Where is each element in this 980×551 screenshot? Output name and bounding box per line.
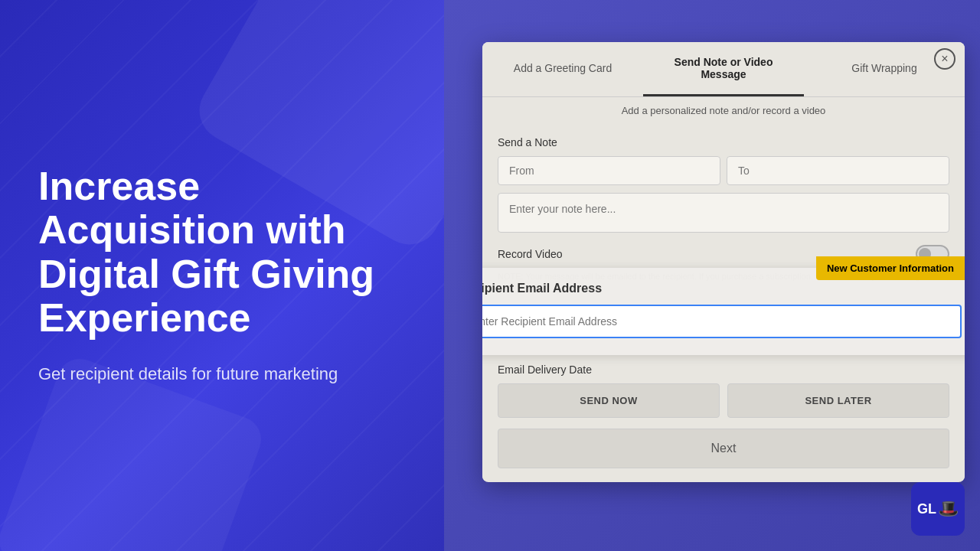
modal-subtitle: Add a personalized note and/or record a … [482, 97, 965, 124]
hero-subtitle: Get recipient details for future marketi… [38, 363, 406, 386]
logo-text: GL [917, 501, 936, 517]
recipient-email-title: Recipient Email Address [482, 282, 962, 295]
tab-send-note[interactable]: Send Note or Video Message [643, 42, 804, 96]
send-later-button[interactable]: SEND LATER [727, 383, 949, 418]
right-panel: Add a Greeting Card Send Note or Video M… [444, 0, 980, 551]
tab-greeting-card[interactable]: Add a Greeting Card [482, 42, 643, 96]
email-delivery-label: Email Delivery Date [498, 364, 949, 376]
recipient-email-input[interactable] [482, 305, 962, 338]
from-to-row [498, 156, 949, 185]
left-panel: Increase Acquisition with Digital Gift G… [0, 0, 444, 551]
modal-tabs: Add a Greeting Card Send Note or Video M… [482, 42, 965, 97]
modal: Add a Greeting Card Send Note or Video M… [482, 42, 965, 482]
send-note-label: Send a Note [498, 136, 949, 148]
send-now-button[interactable]: SEND NOW [498, 383, 720, 418]
logo-icon: 🎩 [938, 499, 959, 519]
delivery-options: SEND NOW SEND LATER [498, 383, 949, 418]
next-button[interactable]: Next [498, 429, 949, 468]
logo: GL 🎩 [911, 482, 965, 536]
hero-title: Increase Acquisition with Digital Gift G… [38, 165, 406, 340]
recipient-email-overlay: Recipient Email Address [482, 268, 965, 355]
new-customer-badge[interactable]: New Customer Information [816, 256, 965, 280]
close-button[interactable]: × [934, 48, 956, 70]
note-textarea[interactable] [498, 193, 949, 233]
record-video-label: Record Video [498, 248, 563, 260]
to-input[interactable] [727, 156, 949, 185]
from-input[interactable] [498, 156, 720, 185]
